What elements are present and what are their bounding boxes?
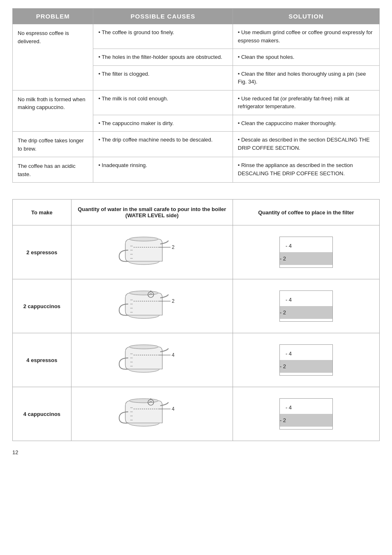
svg-text:2: 2 <box>172 244 175 250</box>
problem-cell: No espresso coffee is delivered. <box>13 24 93 91</box>
cause-cell: • The cappuccino maker is dirty. <box>93 115 233 132</box>
water-cell: 2 <box>71 225 233 279</box>
problem-cell: No milk froth is formed when making capp… <box>13 90 93 132</box>
coffee-qty-cell: - 4 - 2 <box>233 279 379 333</box>
make-cell: 2 espressos <box>13 225 71 279</box>
cause-cell: • The filter is clogged. <box>93 65 233 90</box>
coffee-qty-cell: - 4 - 2 <box>233 387 379 441</box>
cause-cell: • The drip coffee machine needs to be de… <box>93 132 233 157</box>
solution-cell: • Descale as described in the section DE… <box>233 132 379 157</box>
troubleshooting-table: PROBLEM POSSIBLE CAUSES SOLUTION No espr… <box>12 8 380 183</box>
make-header: To make <box>13 200 71 225</box>
cause-cell: • Inadequate rinsing. <box>93 157 233 183</box>
solution-header: SOLUTION <box>233 9 379 24</box>
problem-header: PROBLEM <box>13 9 93 24</box>
svg-point-1 <box>129 237 158 241</box>
water-cell: 2 <box>71 279 233 333</box>
solution-cell: • Clean the filter and holes thoroughly … <box>233 65 379 90</box>
solution-cell: • Clean the cappuccino maker thoroughly. <box>233 115 379 132</box>
solution-cell: • Use medium grind coffee or coffee grou… <box>233 24 379 49</box>
solution-cell: • Clean the spout holes. <box>233 49 379 66</box>
cause-cell: • The holes in the filter-holder spouts … <box>93 49 233 66</box>
page-number: 12 <box>12 449 380 455</box>
svg-text:4: 4 <box>172 406 175 412</box>
coffee-qty-cell: - 4 - 2 <box>233 225 379 279</box>
problem-cell: The drip coffee takes longer to brew. <box>13 132 93 157</box>
make-cell: 2 cappuccinos <box>13 279 71 333</box>
svg-text:2: 2 <box>172 298 175 304</box>
cause-cell: • The milk is not cold enough. <box>93 90 233 115</box>
solution-cell: • Rinse the appliance as described in th… <box>233 157 379 183</box>
causes-header: POSSIBLE CAUSES <box>93 9 233 24</box>
make-cell: 4 cappuccinos <box>13 387 71 441</box>
water-cell: 4 <box>71 333 233 387</box>
coffee-header: Quantity of coffee to place in the filte… <box>233 200 379 225</box>
coffee-qty-cell: - 4 - 2 <box>233 333 379 387</box>
svg-point-21 <box>129 345 158 349</box>
problem-cell: The coffee has an acidic taste. <box>13 157 93 183</box>
quantity-table: To make Quantity of water in the small c… <box>12 199 380 441</box>
water-header: Quantity of water in the small carafe to… <box>71 200 233 225</box>
solution-cell: • Use reduced fat (or preferably fat-fre… <box>233 90 379 115</box>
make-cell: 4 espressos <box>13 333 71 387</box>
water-cell: 4 <box>71 387 233 441</box>
svg-text:4: 4 <box>172 352 175 358</box>
cause-cell: • The coffee is ground too finely. <box>93 24 233 49</box>
